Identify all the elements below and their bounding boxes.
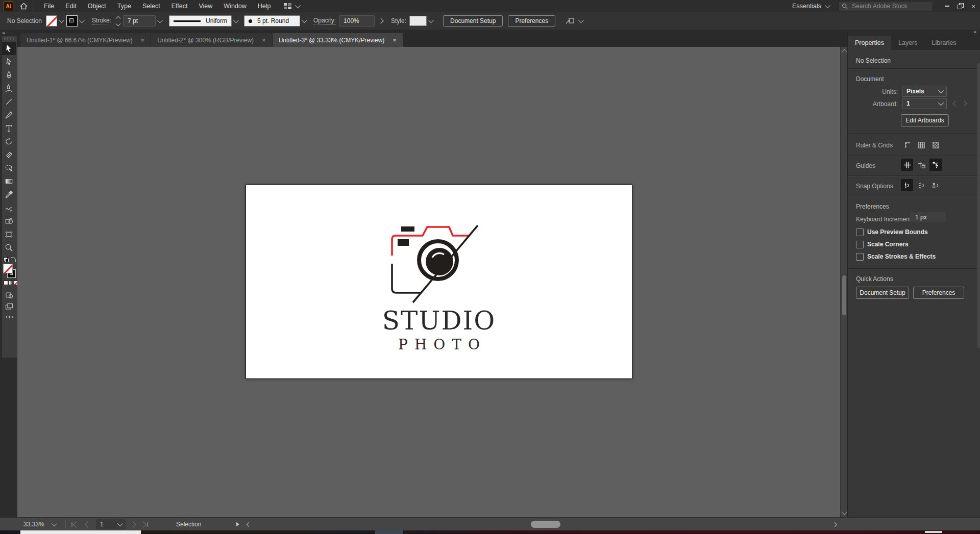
lock-guides-icon[interactable] bbox=[915, 159, 927, 171]
panel-collapse-strip[interactable]: » bbox=[848, 30, 980, 36]
rotate-tool[interactable] bbox=[2, 135, 16, 148]
tab-close-icon[interactable]: × bbox=[393, 36, 397, 44]
menu-object[interactable]: Object bbox=[82, 3, 112, 10]
direct-selection-tool[interactable] bbox=[2, 55, 16, 68]
workspace-switcher[interactable]: Essentials bbox=[792, 3, 821, 10]
artboard-tool[interactable] bbox=[2, 227, 16, 241]
tab-close-icon[interactable]: × bbox=[262, 36, 266, 44]
fill-color-well[interactable] bbox=[3, 264, 13, 273]
artboard-dropdown[interactable]: 1 bbox=[902, 98, 947, 109]
tab-properties[interactable]: Properties bbox=[848, 36, 891, 50]
scroll-up-icon[interactable] bbox=[841, 49, 847, 55]
shape-builder-tool[interactable] bbox=[2, 214, 16, 227]
snap-to-pixel-icon[interactable] bbox=[929, 179, 942, 191]
first-artboard-button[interactable] bbox=[71, 518, 79, 531]
menu-select[interactable]: Select bbox=[137, 3, 166, 10]
quick-preferences-button[interactable]: Preferences bbox=[913, 287, 964, 299]
stroke-chevron-icon[interactable] bbox=[78, 16, 85, 26]
curvature-tool[interactable] bbox=[2, 82, 16, 95]
canvas-pasteboard[interactable]: STUDIO PHOTO bbox=[17, 47, 840, 517]
menu-effect[interactable]: Effect bbox=[166, 3, 193, 10]
fill-swatch-none[interactable] bbox=[46, 15, 57, 27]
edit-toolbar-icon[interactable] bbox=[2, 316, 17, 318]
smart-guides-icon[interactable] bbox=[929, 159, 942, 171]
menu-file[interactable]: File bbox=[38, 3, 60, 10]
default-fill-stroke-icon[interactable] bbox=[4, 257, 9, 262]
horizontal-scroll-thumb[interactable] bbox=[531, 521, 560, 528]
isolate-mode-icon[interactable] bbox=[566, 17, 575, 25]
panel-grip[interactable] bbox=[4, 37, 15, 40]
keyboard-increment-input[interactable]: 1 px bbox=[910, 212, 946, 222]
screen-mode-button[interactable] bbox=[2, 301, 16, 312]
preferences-button[interactable]: Preferences bbox=[508, 15, 555, 27]
line-segment-tool[interactable] bbox=[2, 95, 16, 108]
tab-layers[interactable]: Layers bbox=[891, 36, 925, 50]
arrange-documents-icon[interactable] bbox=[284, 3, 291, 9]
pen-tool[interactable] bbox=[2, 68, 16, 82]
opacity-value[interactable]: 100% bbox=[339, 15, 375, 27]
next-artboard-button[interactable] bbox=[131, 518, 135, 531]
swap-fill-stroke-icon[interactable] bbox=[11, 257, 16, 262]
stroke-swatch[interactable] bbox=[66, 15, 78, 27]
menu-window[interactable]: Window bbox=[218, 3, 252, 10]
width-profile-dropdown[interactable]: Uniform bbox=[169, 15, 232, 27]
panel-scroll-thumb[interactable] bbox=[977, 63, 980, 348]
quick-document-setup-button[interactable]: Document Setup bbox=[856, 287, 909, 299]
tab-libraries[interactable]: Libraries bbox=[925, 36, 964, 50]
stroke-weight-chevron-icon[interactable] bbox=[156, 16, 163, 26]
tab-close-icon[interactable]: × bbox=[141, 36, 145, 44]
expand-panels-icon[interactable]: » bbox=[2, 30, 5, 36]
zoom-tool[interactable] bbox=[2, 241, 16, 254]
vertical-scroll-thumb[interactable] bbox=[842, 275, 846, 315]
menu-help[interactable]: Help bbox=[252, 3, 277, 10]
close-button[interactable]: × bbox=[967, 1, 980, 12]
document-setup-button[interactable]: Document Setup bbox=[443, 15, 503, 27]
menu-edit[interactable]: Edit bbox=[60, 3, 82, 10]
camera-logo[interactable] bbox=[390, 223, 487, 309]
eraser-tool[interactable] bbox=[2, 148, 16, 161]
zoom-level[interactable]: 33.33% bbox=[23, 518, 56, 531]
width-profile-chevron-icon[interactable] bbox=[232, 16, 239, 26]
snap-to-grid-icon[interactable] bbox=[915, 179, 927, 191]
shaper-tool[interactable] bbox=[2, 201, 16, 214]
brush-chevron-icon[interactable] bbox=[300, 16, 307, 26]
previous-artboard-icon[interactable] bbox=[952, 100, 958, 106]
chevron-down-icon[interactable] bbox=[825, 3, 830, 8]
last-artboard-button[interactable] bbox=[141, 518, 148, 531]
artboard[interactable]: STUDIO PHOTO bbox=[246, 185, 632, 379]
snap-to-point-icon[interactable] bbox=[901, 179, 913, 191]
app-logo-icon[interactable]: Ai bbox=[4, 2, 13, 11]
style-chevron-icon[interactable] bbox=[427, 16, 434, 26]
scale-corners-checkbox[interactable] bbox=[856, 241, 864, 248]
transparency-grid-icon[interactable] bbox=[929, 139, 942, 151]
canvas-vertical-scrollbar[interactable] bbox=[840, 47, 848, 517]
grid-icon[interactable] bbox=[915, 139, 927, 151]
lasso-tool[interactable] bbox=[2, 161, 16, 174]
stroke-weight-label[interactable]: Stroke: bbox=[92, 17, 111, 25]
status-bar-menu-icon[interactable] bbox=[236, 518, 240, 531]
eyedropper-tool[interactable] bbox=[2, 188, 16, 201]
brush-dropdown[interactable]: 5 pt. Round bbox=[244, 15, 300, 27]
adobe-stock-search[interactable] bbox=[838, 1, 933, 11]
home-icon[interactable] bbox=[20, 3, 28, 10]
scale-strokes-effects-checkbox[interactable] bbox=[856, 253, 864, 261]
artboard-number-dropdown[interactable]: 1 bbox=[96, 519, 126, 529]
opacity-label[interactable]: Opacity: bbox=[313, 17, 336, 25]
search-input[interactable] bbox=[851, 2, 919, 10]
menu-type[interactable]: Type bbox=[112, 3, 137, 10]
edit-artboards-button[interactable]: Edit Artboards bbox=[901, 114, 949, 126]
tab-untitled-3[interactable]: Untitled-3* @ 33.33% (CMYK/Preview) × bbox=[273, 33, 403, 47]
scroll-down-icon[interactable] bbox=[841, 509, 847, 515]
selection-tool[interactable] bbox=[2, 42, 16, 55]
minimize-button[interactable] bbox=[940, 1, 953, 12]
gradient-tool[interactable] bbox=[2, 174, 16, 188]
next-artboard-icon[interactable] bbox=[961, 100, 967, 106]
style-swatch[interactable] bbox=[409, 16, 427, 26]
use-preview-bounds-checkbox[interactable] bbox=[856, 228, 864, 236]
chevron-down-icon[interactable] bbox=[295, 3, 300, 8]
tab-untitled-1[interactable]: Untitled-1* @ 66.67% (CMYK/Preview) × bbox=[20, 33, 151, 47]
scroll-left-icon[interactable] bbox=[246, 518, 250, 531]
units-dropdown[interactable]: Pixels bbox=[902, 86, 947, 97]
drawing-modes-button[interactable] bbox=[2, 290, 16, 301]
restore-button[interactable] bbox=[953, 1, 967, 12]
